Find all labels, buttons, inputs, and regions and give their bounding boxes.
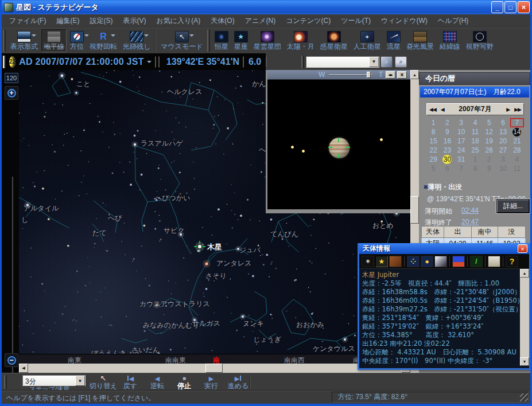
- menu-item-5[interactable]: 天体(O): [205, 14, 239, 28]
- next-year-button[interactable]: ▶▶: [512, 107, 523, 112]
- anim-forward-button[interactable]: ▶進める: [224, 374, 253, 390]
- menu-item-3[interactable]: 表示(V): [118, 14, 151, 28]
- toolbar-button-mouse-mode[interactable]: ↖マウスモード: [158, 29, 205, 52]
- calendar-day[interactable]: 25: [468, 146, 482, 155]
- toolbar-button-display-format[interactable]: 表示形式: [8, 29, 40, 52]
- calendar-day[interactable]: 8: [468, 164, 482, 173]
- twilight-start-value[interactable]: 02:44: [461, 206, 479, 216]
- menu-item-6[interactable]: アニメ(N): [240, 14, 281, 28]
- toolbar-button-grid-lines[interactable]: 経緯線: [437, 29, 463, 52]
- location-value[interactable]: 139°42'E 35°41'N: [166, 57, 239, 67]
- calendar-day[interactable]: 9: [440, 127, 454, 136]
- menu-item-4[interactable]: お気に入り(A): [151, 14, 205, 28]
- vertical-scroll-thumb[interactable]: [410, 196, 419, 224]
- calendar-day[interactable]: 5: [482, 118, 496, 127]
- calendar-day[interactable]: 12: [482, 127, 496, 136]
- toolbar-button-nebulae[interactable]: 星雲星団: [251, 29, 284, 52]
- info-window-titlebar[interactable]: 天体情報 ×: [359, 243, 529, 254]
- menu-item-7[interactable]: コンテンツ(C): [281, 14, 336, 28]
- minimize-button[interactable]: _: [491, 1, 503, 13]
- calendar-day[interactable]: 9: [482, 164, 496, 173]
- calendar-day[interactable]: 2: [482, 155, 496, 164]
- toolbar-gripper[interactable]: [3, 56, 5, 68]
- keyboard-icon[interactable]: [266, 56, 267, 68]
- toolbar-button-direction[interactable]: 方位: [68, 29, 86, 52]
- toolbar-button-meteors[interactable]: 流星: [385, 29, 403, 52]
- dropdown-arrow-icon[interactable]: [32, 34, 36, 39]
- calendar-day[interactable]: 31: [455, 155, 468, 164]
- zoom-slider-track[interactable]: [12, 177, 14, 406]
- find-settings-icon[interactable]: ⌕: [395, 56, 407, 68]
- calendar-day[interactable]: 18: [468, 136, 482, 146]
- prev-year-button[interactable]: ◀◀: [427, 107, 438, 112]
- magnitude-value[interactable]: 6.0: [248, 57, 261, 67]
- datetime-value[interactable]: AD 2007/07/07 21:00:00 JST: [19, 57, 144, 67]
- toolbar-button-horizon[interactable]: 地平線: [41, 29, 67, 52]
- calendar-day[interactable]: 7: [455, 164, 468, 173]
- graph-icon[interactable]: [452, 256, 465, 267]
- search-value[interactable]: [306, 57, 369, 67]
- globe-icon[interactable]: [243, 56, 244, 68]
- anim-stop-button[interactable]: ■停止: [170, 374, 199, 390]
- telescope-icon[interactable]: [434, 256, 447, 267]
- menu-item-9[interactable]: ウィンドウ(W): [376, 14, 433, 28]
- anim-run-button[interactable]: ▶実行: [197, 374, 226, 390]
- dropdown-arrow-icon[interactable]: [111, 34, 115, 39]
- lock-star-icon[interactable]: ●: [421, 256, 433, 267]
- resize-grip[interactable]: [520, 393, 528, 401]
- close-button[interactable]: ×: [518, 1, 530, 13]
- calendar-day[interactable]: 11: [468, 127, 482, 136]
- step-speed-value[interactable]: 3分: [23, 376, 75, 385]
- anim-reverse-button[interactable]: ◀逆転: [143, 374, 172, 390]
- system-clock-icon[interactable]: [158, 56, 160, 68]
- edit-icon[interactable]: /: [470, 256, 483, 267]
- calendar-day[interactable]: 24: [455, 146, 468, 155]
- help-icon[interactable]: ?: [506, 256, 518, 267]
- prev-month-button[interactable]: ◀: [438, 107, 446, 112]
- menu-item-2[interactable]: 設定(S): [84, 14, 118, 28]
- calendar-day[interactable]: 17: [455, 136, 468, 146]
- calendar-day[interactable]: 22: [426, 146, 440, 155]
- planet-view-titlebar[interactable]: W T ◂▸ ×: [267, 70, 410, 80]
- info-scroll-down-button[interactable]: ▼: [520, 357, 529, 366]
- toolbar-gripper[interactable]: [4, 375, 7, 389]
- maximize-button[interactable]: □: [504, 1, 517, 13]
- toolbar-button-satellites[interactable]: ✦人工衛星: [351, 29, 383, 52]
- menu-item-8[interactable]: ツール(T): [336, 14, 376, 28]
- pan-button[interactable]: ◂▸: [386, 71, 395, 79]
- planet-view-close-button[interactable]: ×: [397, 71, 407, 79]
- label-star-icon[interactable]: ✶: [362, 256, 374, 267]
- object-search-combo[interactable]: ▼: [306, 56, 379, 68]
- calendar-day[interactable]: 4: [468, 118, 482, 127]
- scroll-up-button[interactable]: ▲: [410, 70, 419, 79]
- calendar-day[interactable]: 21: [510, 136, 524, 146]
- calendar-day[interactable]: 20: [496, 136, 510, 146]
- zoom-out-button[interactable]: −: [5, 353, 18, 367]
- zoom-slider[interactable]: [329, 75, 372, 75]
- calendar-day[interactable]: 6: [496, 118, 510, 127]
- datetime-dropdown-icon[interactable]: [147, 61, 152, 65]
- scroll-left-button[interactable]: ◀: [19, 364, 28, 373]
- toolbar-button-sun-moon[interactable]: 太陽・月: [285, 29, 317, 52]
- toolbar-button-daylight[interactable]: 昼光風景: [404, 29, 436, 52]
- calendar-day[interactable]: 30: [440, 155, 454, 164]
- toolbar-gripper[interactable]: [301, 56, 304, 68]
- details-button[interactable]: 詳細...: [497, 200, 529, 213]
- anim-rewind-button[interactable]: ◀戻す: [116, 374, 145, 390]
- toolbar-button-view-rotation[interactable]: R視野回転: [87, 29, 119, 52]
- calendar-day[interactable]: 3: [496, 155, 510, 164]
- find-object-icon[interactable]: ⌕: [380, 56, 393, 68]
- menu-item-10[interactable]: ヘルプ(H): [433, 14, 474, 28]
- calendar-day[interactable]: 28: [510, 146, 524, 155]
- calendar-day[interactable]: 6: [440, 164, 454, 173]
- calendar-day[interactable]: 1: [468, 155, 482, 164]
- toolbar-button-fov-frames[interactable]: 視野写野: [464, 29, 496, 52]
- toolbar-button-planets[interactable]: 惑星衛星: [318, 29, 350, 52]
- calendar-day[interactable]: 14: [510, 127, 524, 136]
- combo-dropdown-button[interactable]: ▼: [369, 57, 379, 67]
- toolbar-button-light-trail[interactable]: 光跡残し: [121, 29, 153, 52]
- calendar-day[interactable]: 15: [426, 136, 440, 146]
- info-scrollbar[interactable]: ▲ ▼: [520, 269, 529, 366]
- stopwatch-icon[interactable]: [155, 56, 156, 68]
- toolbar-gripper[interactable]: [207, 30, 210, 52]
